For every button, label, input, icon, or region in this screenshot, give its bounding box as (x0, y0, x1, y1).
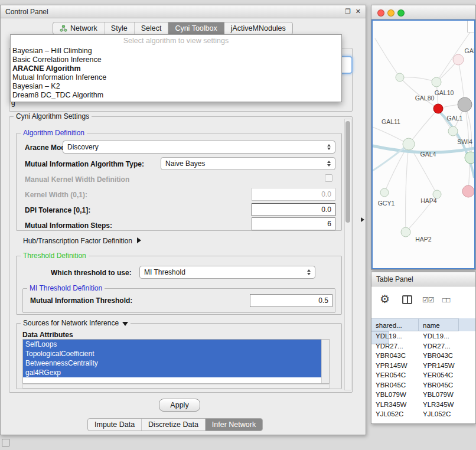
table-row[interactable]: YDL19...YDL19...13 (371, 331, 475, 341)
close-window-icon[interactable]: ✕ (356, 8, 361, 15)
panel-collapse-arrow[interactable] (361, 217, 364, 222)
mi-steps-field[interactable]: 6 (252, 217, 335, 230)
float-window-icon[interactable]: ❐ (345, 8, 351, 15)
network-node[interactable] (433, 104, 443, 113)
network-canvas[interactable]: GAL80GAL10GAL11GAL1SWI4GAL4GCY1HAP4HAP2G… (371, 19, 475, 269)
table-row[interactable]: YBR045CYBR045C9. (371, 380, 475, 390)
attribute-item[interactable]: TopologicalCoefficient (23, 349, 321, 358)
node-label: SWI4 (457, 138, 472, 145)
scrollbar-thumb[interactable] (345, 121, 350, 223)
window-title: Control Panel (5, 8, 48, 16)
control-panel-titlebar[interactable]: Control Panel ❐ ✕ (1, 5, 366, 18)
algorithm-option[interactable]: Bayesian – K2 (11, 82, 341, 91)
dropdown-options: Bayesian – Hill ClimbingBasic Correlatio… (11, 47, 341, 100)
hub-definition-toggle[interactable]: Hub/Transcription Factor Definition (23, 237, 141, 245)
sources-toggle[interactable]: Sources for Network Inference (21, 319, 131, 327)
settings-scrollbar[interactable] (344, 119, 351, 390)
dpi-tolerance-field[interactable]: 0.0 (252, 203, 335, 216)
tab-infer-network[interactable]: Infer Network (206, 419, 262, 431)
tab-style[interactable]: Style (105, 22, 135, 34)
mi-threshold-field[interactable]: 0.5 (250, 294, 332, 307)
table-cell: YJL052C (371, 409, 419, 419)
node-label: GAL (464, 47, 474, 54)
which-threshold-select[interactable]: MI Threshold (139, 266, 315, 279)
network-node[interactable] (401, 227, 410, 237)
algorithm-definition-group: Algorithm Definition Aracne Mode: Discov… (16, 133, 342, 231)
attributes-scrollbar[interactable] (321, 340, 329, 383)
network-node[interactable] (432, 77, 441, 87)
table-body: YDL19...YDL19...13YDR27...YDR27...12YBR0… (371, 331, 475, 423)
network-node[interactable] (448, 126, 458, 136)
network-view-window: GAL80GAL10GAL11GAL1SWI4GAL4GCY1HAP4HAP2G… (371, 5, 476, 270)
tab-label: Discretize Data (148, 420, 198, 429)
algorithm-option[interactable]: Bayesian – Hill Climbing (11, 47, 341, 56)
which-threshold-label: Which threshold to use: (51, 269, 132, 277)
table-panel-window: Table Panel ⚙ ☑☑ □□ shared...name YDL19.… (371, 272, 476, 424)
table-cell: YBL079W (419, 390, 459, 400)
mi-type-select[interactable]: Naive Bayes (161, 157, 335, 170)
canvas-scrollbar-corner[interactable] (467, 21, 474, 32)
network-node[interactable] (458, 97, 472, 112)
column-header[interactable]: shared... (371, 318, 419, 331)
algorithm-option[interactable]: Basic Correlation Inference (11, 56, 341, 64)
minimize-button[interactable] (387, 9, 395, 17)
dpi-tolerance-label: DPI Tolerance [0,1]: (25, 206, 90, 214)
tab-jactivemnodules[interactable]: jActiveMNodules (224, 22, 292, 34)
kernel-width-field[interactable]: 0.0 (252, 188, 335, 201)
algorithm-option[interactable]: Dream8 DC_TDC Algorithm (11, 91, 341, 100)
tab-label: jActiveMNodules (231, 24, 286, 32)
algorithm-definition-title: Algorithm Definition (21, 129, 87, 137)
table-row[interactable]: YER054CYER054C8. (371, 370, 475, 380)
table-panel-body: ⚙ ☑☑ □□ shared...name YDL19...YDL19...13… (371, 286, 475, 423)
algorithm-option[interactable]: Mutual Information Inference (11, 73, 341, 82)
attribute-item[interactable]: SelfLoops (23, 340, 321, 349)
column-visibility-icon[interactable] (402, 295, 412, 304)
tab-network[interactable]: Network (53, 22, 105, 34)
tab-label: Select (141, 24, 162, 32)
table-row[interactable]: YDR27...YDR27...12 (371, 341, 475, 351)
column-header[interactable]: name (419, 318, 459, 331)
network-node[interactable] (396, 73, 404, 81)
zoom-button[interactable] (397, 9, 405, 17)
attributes-hscrollbar[interactable] (22, 384, 330, 389)
deselect-all-icon[interactable]: □□ (442, 296, 450, 304)
network-node[interactable] (403, 138, 415, 150)
attributes-list: SelfLoopsTopologicalCoefficientBetweenne… (22, 339, 330, 384)
tab-select[interactable]: Select (135, 22, 169, 34)
attributes-items: SelfLoopsTopologicalCoefficientBetweenne… (23, 340, 329, 377)
table-row[interactable]: YBR043CYBR043C (371, 351, 475, 361)
attribute-item[interactable]: gal4RGexp (23, 368, 321, 377)
table-panel-titlebar[interactable]: Table Panel (371, 272, 475, 286)
network-node[interactable] (380, 188, 389, 197)
algorithm-option[interactable]: ARACNE Algorithm (11, 64, 341, 73)
minimized-panel-icon[interactable] (2, 439, 9, 446)
table-cell: YPR145W (419, 361, 459, 371)
network-node[interactable] (465, 152, 474, 164)
table-panel-title: Table Panel (376, 275, 413, 283)
close-button[interactable] (377, 9, 384, 17)
attribute-item[interactable]: BetweennessCentrality (23, 358, 321, 368)
control-panel-tabs: NetworkStyleSelectCyni ToolboxjActiveMNo… (53, 22, 293, 35)
table-row[interactable]: YJL052CYJL052C (371, 409, 475, 419)
aracne-mode-select[interactable]: Discovery (63, 141, 335, 154)
network-node[interactable] (453, 54, 464, 65)
kernel-width-label: Kernel Width (0,1): (25, 191, 87, 199)
manual-kernel-checkbox[interactable] (325, 174, 332, 182)
sources-group: Sources for Network Inference Data Attri… (16, 323, 342, 389)
table-row[interactable]: YPR145WYPR145W9. (371, 361, 475, 371)
apply-button[interactable]: Apply (159, 399, 200, 412)
table-row[interactable]: YBL079WYBL079W (371, 390, 475, 400)
settings-gear-icon[interactable]: ⚙ (380, 294, 390, 305)
network-node[interactable] (462, 185, 474, 197)
table-cell: YDR27... (419, 341, 459, 351)
mi-threshold-group-title: MI Threshold Definition (27, 284, 105, 292)
network-edge (406, 144, 409, 232)
network-window-titlebar[interactable] (371, 5, 475, 19)
tab-discretize-data[interactable]: Discretize Data (142, 419, 206, 431)
tab-impute-data[interactable]: Impute Data (88, 419, 142, 431)
select-all-icon[interactable]: ☑☑ (422, 296, 434, 304)
table-cell: YPR145W (371, 361, 419, 371)
table-row[interactable]: YLR345WYLR345W9. (371, 400, 475, 410)
mi-steps-label: Mutual Information Steps: (25, 221, 112, 230)
tab-cyni-toolbox[interactable]: Cyni Toolbox (168, 22, 224, 34)
